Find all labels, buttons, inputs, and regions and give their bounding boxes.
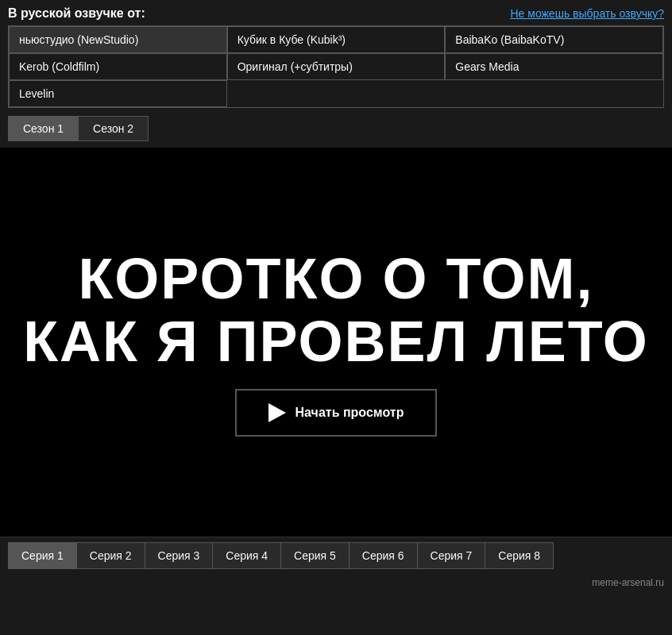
episode-tab-4[interactable]: Серия 5	[281, 542, 350, 569]
episode-tab-6[interactable]: Серия 7	[418, 542, 486, 569]
dubbing-option-4[interactable]: Оригинал (+субтитры)	[227, 53, 446, 80]
episode-tab-2[interactable]: Серия 3	[145, 542, 214, 569]
dubbing-option-2[interactable]: BaibaKo (BaibaKoTV)	[445, 26, 663, 53]
dubbing-option-1[interactable]: Кубик в Кубе (Kubik³)	[227, 26, 446, 53]
season-tabs: Сезон 1Сезон 2	[0, 108, 672, 141]
dubbing-option-5[interactable]: Gears Media	[445, 53, 663, 80]
video-area: коротко о том, как я провел лето Начать …	[0, 148, 672, 537]
dubbing-option-3[interactable]: Kerob (Coldfilm)	[9, 53, 227, 80]
dubbing-section: В русской озвучке от: Не можешь выбрать …	[0, 0, 672, 108]
video-title-line1: коротко о том,	[23, 248, 649, 310]
episode-tab-3[interactable]: Серия 4	[213, 542, 281, 569]
episode-tab-1[interactable]: Серия 2	[77, 542, 145, 569]
episode-tab-5[interactable]: Серия 6	[350, 542, 418, 569]
episode-tab-7[interactable]: Серия 8	[485, 542, 554, 569]
play-button-label: Начать просмотр	[295, 406, 404, 420]
dubbing-help-link[interactable]: Не можешь выбрать озвучку?	[510, 7, 664, 20]
dubbing-option-6[interactable]: Levelin	[9, 80, 227, 107]
episode-tabs: Серия 1Серия 2Серия 3Серия 4Серия 5Серия…	[0, 537, 672, 574]
dubbing-title: В русской озвучке от:	[8, 6, 145, 21]
watermark-text: meme-arsenal.ru	[592, 577, 664, 588]
play-button[interactable]: Начать просмотр	[235, 389, 438, 437]
video-title-line2: как я провел лето	[23, 310, 649, 373]
play-icon	[268, 403, 286, 422]
dubbing-option-0[interactable]: ньюстудио (NewStudio)	[9, 26, 227, 53]
episode-tab-0[interactable]: Серия 1	[8, 542, 77, 569]
dubbing-header: В русской озвучке от: Не можешь выбрать …	[8, 6, 664, 21]
dubbing-grid: ньюстудио (NewStudio)Кубик в Кубе (Kubik…	[8, 25, 664, 108]
season-tab-0[interactable]: Сезон 1	[8, 116, 79, 141]
video-title: коротко о том, как я провел лето	[23, 248, 649, 373]
watermark: meme-arsenal.ru	[0, 574, 672, 591]
season-tab-1[interactable]: Сезон 2	[79, 116, 149, 141]
